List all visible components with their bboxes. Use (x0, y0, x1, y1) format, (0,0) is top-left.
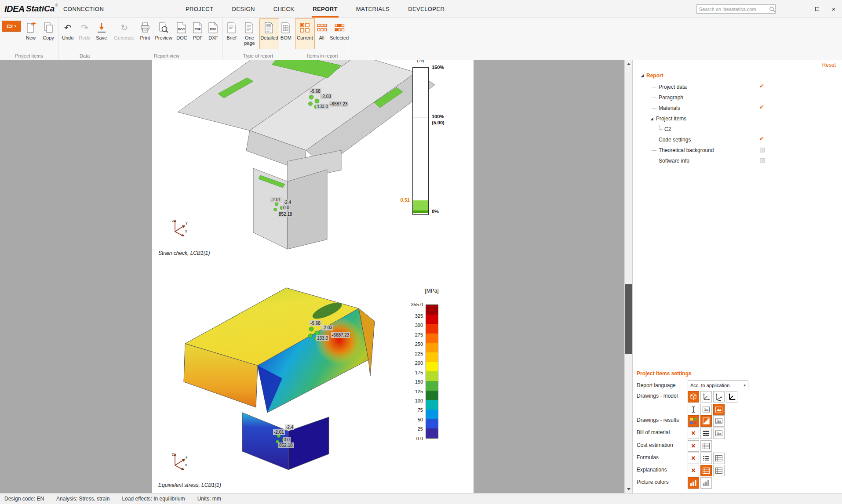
scrollbar-thumb[interactable] (625, 284, 632, 354)
expanded-icon[interactable] (650, 117, 653, 120)
tree-item-label: Software info (659, 158, 689, 164)
table-icon (714, 454, 723, 463)
tree-item-project-items[interactable]: Project items (650, 115, 686, 123)
export-dxf-button[interactable]: DXF DXF (206, 18, 221, 49)
results-picture-button[interactable] (713, 415, 725, 427)
tree-item-software-info[interactable]: Software info (652, 157, 689, 165)
cost-none-button[interactable]: × (688, 440, 699, 452)
menu-design[interactable]: DESIGN (231, 0, 255, 18)
close-button[interactable]: × (825, 0, 842, 18)
chevron-down-icon (744, 383, 746, 388)
tree-connector (652, 161, 656, 161)
current-button-label: Current (297, 35, 313, 40)
generate-button[interactable]: ↻ Generate (112, 18, 136, 49)
colors-colored-button[interactable] (688, 477, 699, 489)
redo-button[interactable]: ↷ Redo (76, 18, 93, 49)
tree-item-theoretical-background[interactable]: Theoretical background (652, 146, 714, 154)
value-label: 133.0 (316, 335, 329, 341)
model-picture-selected-button[interactable] (713, 404, 725, 415)
items-selected-button[interactable]: Selected (328, 18, 350, 49)
report-language-select[interactable]: Acc. to application (688, 381, 748, 390)
ribbon: C2 ▾ New Copy Project items ↶ Undo ↷ R (0, 18, 842, 60)
checked-icon[interactable]: ✔ (759, 136, 764, 141)
table-icon (714, 466, 723, 475)
brief-report-button[interactable]: Brief (223, 18, 240, 49)
scroll-down-button[interactable] (625, 486, 632, 493)
ribbon-group-label: Items in report (294, 53, 351, 58)
model-3d-view-button[interactable] (688, 391, 699, 402)
items-all-button[interactable]: All (315, 18, 328, 49)
checked-icon[interactable]: ✔ (759, 104, 764, 110)
axonometry-icon (702, 392, 711, 401)
menu-developer[interactable]: DEVELOPER (407, 0, 445, 18)
detailed-report-button[interactable]: Detailed (259, 18, 279, 49)
formulas-none-button[interactable]: × (688, 453, 699, 464)
menu-check[interactable]: CHECK (273, 0, 295, 18)
bom-picture-button[interactable] (713, 428, 725, 439)
tree-item-project-data[interactable]: Project data (652, 83, 687, 91)
search-input[interactable] (697, 7, 769, 12)
model-axonometry-button[interactable] (700, 391, 712, 402)
formulas-table-button[interactable] (713, 453, 725, 464)
print-button[interactable]: Print (136, 18, 153, 49)
explanations-label: Explanations (637, 467, 667, 473)
picture-icon (702, 405, 711, 414)
workspace: -9.68 -2.03 133.0 -6687.23 -2.4 -2.01 0.… (0, 60, 842, 493)
menu-project[interactable]: PROJECT (185, 0, 214, 18)
results-mesh-plot-button[interactable] (700, 415, 712, 427)
save-button[interactable]: Save (93, 18, 110, 49)
scroll-up-button[interactable] (625, 60, 632, 68)
checked-icon[interactable]: ✔ (759, 83, 764, 89)
new-button[interactable]: New (22, 18, 40, 49)
results-colored-plot-button[interactable] (688, 415, 699, 427)
menu-materials[interactable]: MATERIALS (355, 0, 390, 18)
report-scrollbar[interactable] (624, 60, 632, 493)
tree-item-paragraph[interactable]: Paragraph (652, 94, 683, 102)
ribbon-group-label: Data (58, 53, 111, 58)
reset-link[interactable]: Reset (822, 62, 836, 68)
ribbon-group-label: Type of report (222, 53, 294, 58)
strain-value-band (413, 200, 428, 210)
items-current-button[interactable]: Current (295, 18, 315, 49)
minimize-button[interactable] (792, 0, 809, 18)
export-doc-button[interactable]: DOC DOC (174, 18, 190, 49)
strain-scale-limit-value: (5.00) (432, 120, 445, 125)
chevron-down-icon: ▾ (15, 25, 16, 28)
tree-item-c2[interactable]: C2 (659, 125, 671, 133)
menu-report[interactable]: REPORT (312, 0, 339, 18)
model-section-button[interactable] (688, 404, 699, 415)
search-box[interactable] (696, 4, 776, 14)
explanations-table-button[interactable] (713, 465, 725, 476)
expanded-icon[interactable] (641, 74, 644, 77)
project-item-selector[interactable]: C2 ▾ (2, 21, 21, 32)
undo-icon: ↶ (64, 23, 72, 32)
model-picture-button[interactable] (700, 404, 712, 415)
formulas-list-button[interactable] (700, 453, 712, 464)
unchecked-checkbox[interactable] (760, 148, 765, 152)
export-pdf-button[interactable]: PDF PDF (190, 18, 205, 49)
undo-button[interactable]: ↶ Undo (59, 18, 76, 49)
drawings-model-buttons-row2 (688, 404, 725, 415)
cost-estimation-label: Cost estimation (637, 442, 673, 448)
one-page-report-button[interactable]: One page (240, 18, 259, 49)
copy-button[interactable]: Copy (40, 18, 57, 49)
model-axonometry-z-button[interactable] (713, 391, 725, 402)
bom-report-button[interactable]: BOM (279, 18, 293, 49)
project-item-selector-label: C2 (7, 24, 13, 29)
unchecked-checkbox[interactable] (760, 158, 765, 163)
tree-root-report[interactable]: Report (641, 72, 663, 80)
colors-grayscale-button[interactable] (700, 477, 712, 489)
maximize-button[interactable] (809, 0, 825, 18)
tree-item-code-settings[interactable]: Code settings (652, 136, 691, 144)
preview-button[interactable]: Preview (153, 18, 173, 49)
bom-lines-button[interactable] (700, 428, 712, 439)
explanations-table-selected-button[interactable] (700, 465, 712, 476)
model-axonometry-bold-button[interactable] (726, 391, 737, 402)
bom-none-button[interactable]: × (688, 428, 699, 439)
generate-icon: ↻ (120, 23, 128, 32)
cost-table-button[interactable] (700, 440, 712, 452)
tree-root-label: Report (646, 73, 663, 79)
tree-item-materials[interactable]: Materials (652, 104, 680, 112)
status-load-effects: Load effects: In equilibrium (122, 496, 185, 502)
explanations-none-button[interactable]: × (688, 465, 699, 476)
